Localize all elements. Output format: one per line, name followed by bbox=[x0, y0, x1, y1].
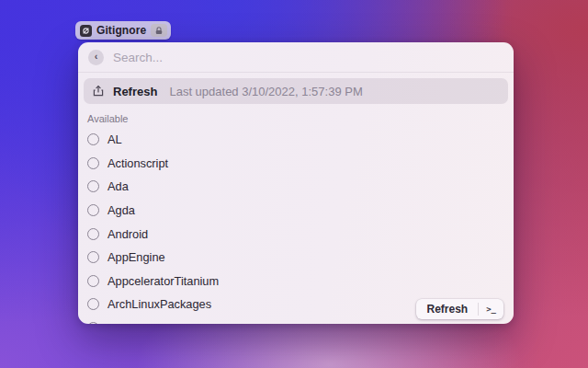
command-tag[interactable]: Gitignore bbox=[75, 21, 171, 40]
refresh-action-button[interactable]: Refresh bbox=[416, 299, 478, 319]
action-bar: Refresh >_ bbox=[416, 299, 503, 319]
circle-icon bbox=[87, 298, 99, 310]
circle-icon bbox=[87, 228, 99, 240]
list-item[interactable]: Ada bbox=[78, 175, 514, 199]
lock-icon bbox=[154, 27, 164, 35]
search-input[interactable] bbox=[113, 51, 503, 64]
circle-icon bbox=[87, 251, 99, 263]
list-item[interactable]: Android bbox=[78, 222, 514, 246]
list-item[interactable]: Actionscript bbox=[78, 152, 514, 176]
gitignore-icon bbox=[80, 25, 92, 37]
list-item[interactable]: Agda bbox=[78, 199, 514, 223]
upload-icon bbox=[92, 85, 105, 98]
circle-icon bbox=[87, 157, 99, 169]
list-item-label: Agda bbox=[107, 203, 135, 217]
list-item-label: AL bbox=[107, 132, 122, 146]
list-item[interactable]: AppceleratorTitanium bbox=[78, 270, 514, 293]
command-tag-label: Gitignore bbox=[96, 24, 146, 37]
refresh-row-detail: Last updated 3/10/2022, 1:57:39 PM bbox=[169, 85, 362, 98]
list-item-label: Actionscript bbox=[107, 156, 168, 170]
search-bar: ‹ bbox=[78, 42, 514, 73]
section-header-available: Available bbox=[78, 104, 514, 126]
list-item-label: Android bbox=[107, 227, 148, 241]
terminal-icon: >_ bbox=[486, 305, 496, 314]
list-item[interactable]: AppEngine bbox=[78, 246, 514, 270]
circle-icon bbox=[87, 133, 99, 145]
template-list: AL Actionscript Ada Agda Android bbox=[78, 126, 514, 324]
circle-icon bbox=[87, 204, 99, 216]
circle-icon bbox=[87, 322, 99, 324]
refresh-row-label: Refresh bbox=[113, 85, 157, 98]
list-item-label: Autotools bbox=[107, 321, 156, 324]
circle-icon bbox=[87, 180, 99, 192]
tag-lock-pill bbox=[151, 24, 167, 37]
refresh-list-row[interactable]: Refresh Last updated 3/10/2022, 1:57:39 … bbox=[84, 78, 508, 104]
extension-window: ‹ Refresh Last updated 3/10/2022, 1:57:3… bbox=[78, 42, 514, 324]
list-item[interactable]: AL bbox=[78, 128, 514, 152]
circle-icon bbox=[87, 275, 99, 287]
list-item-label: Ada bbox=[107, 179, 129, 193]
terminal-shortcut-button[interactable]: >_ bbox=[479, 299, 503, 319]
list-item-label: AppEngine bbox=[107, 250, 165, 264]
back-button[interactable]: ‹ bbox=[88, 50, 104, 65]
list-item-label: ArchLinuxPackages bbox=[107, 297, 211, 311]
list-item-label: AppceleratorTitanium bbox=[107, 274, 219, 288]
